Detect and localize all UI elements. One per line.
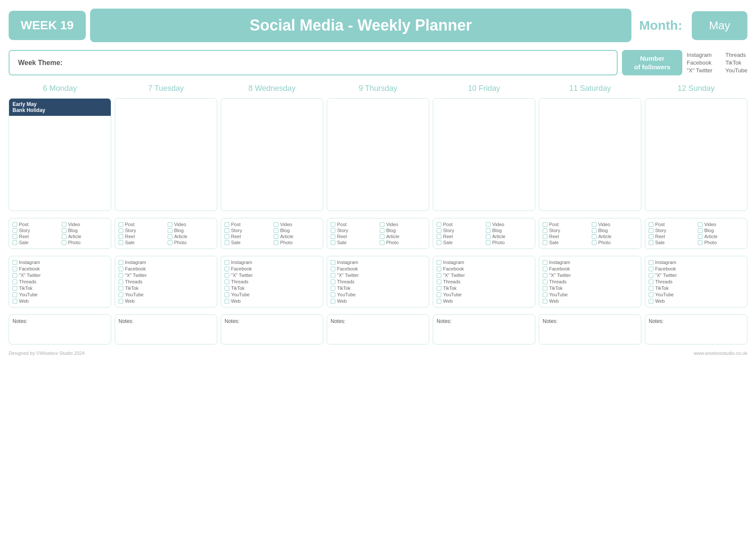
platform-web-saturday[interactable]: Web <box>543 298 637 304</box>
content-type-article-tuesday[interactable]: Article <box>168 234 213 239</box>
week-theme-box[interactable]: Week Theme: <box>9 50 618 75</box>
content-type-video-saturday[interactable]: Video <box>592 222 637 227</box>
content-type-story-monday[interactable]: Story <box>12 228 58 233</box>
content-type-sale-tuesday[interactable]: Sale <box>119 240 164 245</box>
content-type-blog-sunday[interactable]: Blog <box>698 228 744 233</box>
checkbox-platform-xtwitter-monday[interactable] <box>12 273 17 278</box>
content-type-story-saturday[interactable]: Story <box>543 228 588 233</box>
checkbox-photo-monday[interactable] <box>62 240 66 245</box>
checkbox-blog-saturday[interactable] <box>592 228 597 233</box>
platform-xtwitter-tuesday[interactable]: "X" Twitter <box>119 273 213 278</box>
content-type-reel-wednesday[interactable]: Reel <box>225 234 270 239</box>
checkbox-article-sunday[interactable] <box>698 234 703 239</box>
checkbox-platform-threads-monday[interactable] <box>12 279 17 284</box>
content-type-post-thursday[interactable]: Post <box>331 222 376 227</box>
checkbox-platform-web-friday[interactable] <box>437 299 441 304</box>
checkbox-platform-instagram-sunday[interactable] <box>649 260 653 265</box>
platform-web-sunday[interactable]: Web <box>649 298 744 304</box>
checkbox-platform-youtube-tuesday[interactable] <box>119 292 123 297</box>
day-body-monday[interactable] <box>9 116 111 211</box>
platform-instagram-friday[interactable]: Instagram <box>437 260 531 265</box>
checkbox-reel-tuesday[interactable] <box>119 234 123 239</box>
checkbox-platform-threads-saturday[interactable] <box>543 279 547 284</box>
checkbox-platform-tiktok-friday[interactable] <box>437 286 441 291</box>
content-type-post-wednesday[interactable]: Post <box>225 222 270 227</box>
checkbox-platform-threads-tuesday[interactable] <box>119 279 123 284</box>
content-type-post-tuesday[interactable]: Post <box>119 222 164 227</box>
platform-xtwitter-wednesday[interactable]: "X" Twitter <box>225 273 319 278</box>
notes-saturday[interactable]: Notes: <box>539 314 641 345</box>
notes-monday[interactable]: Notes: <box>9 314 111 345</box>
day-body-thursday[interactable] <box>327 114 429 209</box>
checkbox-platform-instagram-thursday[interactable] <box>331 260 335 265</box>
platform-threads-thursday[interactable]: Threads <box>331 279 425 284</box>
notes-friday[interactable]: Notes: <box>433 314 535 345</box>
checkbox-platform-tiktok-thursday[interactable] <box>331 286 335 291</box>
checkbox-blog-thursday[interactable] <box>380 228 384 233</box>
notes-wednesday[interactable]: Notes: <box>221 314 323 345</box>
checkbox-platform-youtube-friday[interactable] <box>437 292 441 297</box>
content-type-reel-sunday[interactable]: Reel <box>649 234 694 239</box>
content-type-blog-monday[interactable]: Blog <box>62 228 107 233</box>
checkbox-sale-saturday[interactable] <box>543 240 547 245</box>
platform-facebook-thursday[interactable]: Facebook <box>331 266 425 271</box>
platform-instagram-sunday[interactable]: Instagram <box>649 260 744 265</box>
checkbox-platform-tiktok-tuesday[interactable] <box>119 286 123 291</box>
checkbox-article-friday[interactable] <box>486 234 490 239</box>
checkbox-platform-threads-wednesday[interactable] <box>225 279 229 284</box>
checkbox-platform-facebook-saturday[interactable] <box>543 267 547 271</box>
checkbox-story-tuesday[interactable] <box>119 228 123 233</box>
content-type-article-monday[interactable]: Article <box>62 234 107 239</box>
content-type-story-friday[interactable]: Story <box>437 228 482 233</box>
content-type-post-saturday[interactable]: Post <box>543 222 588 227</box>
platform-facebook-friday[interactable]: Facebook <box>437 266 531 271</box>
platform-youtube-friday[interactable]: YouTube <box>437 292 531 297</box>
checkbox-reel-sunday[interactable] <box>649 234 653 239</box>
checkbox-platform-facebook-friday[interactable] <box>437 267 441 271</box>
platform-instagram-saturday[interactable]: Instagram <box>543 260 637 265</box>
platform-xtwitter-sunday[interactable]: "X" Twitter <box>649 273 744 278</box>
checkbox-post-wednesday[interactable] <box>225 222 229 227</box>
checkbox-sale-thursday[interactable] <box>331 240 335 245</box>
content-type-photo-wednesday[interactable]: Photo <box>274 240 319 245</box>
content-type-video-wednesday[interactable]: Video <box>274 222 319 227</box>
checkbox-photo-sunday[interactable] <box>698 240 703 245</box>
checkbox-photo-tuesday[interactable] <box>168 240 172 245</box>
checkbox-platform-web-wednesday[interactable] <box>225 299 229 304</box>
checkbox-story-sunday[interactable] <box>649 228 653 233</box>
platform-tiktok-monday[interactable]: TikTok <box>12 286 107 291</box>
content-type-photo-monday[interactable]: Photo <box>62 240 107 245</box>
checkbox-blog-sunday[interactable] <box>698 228 703 233</box>
checkbox-reel-monday[interactable] <box>12 234 17 239</box>
day-body-saturday[interactable] <box>539 114 641 209</box>
notes-tuesday[interactable]: Notes: <box>115 314 217 345</box>
content-type-reel-saturday[interactable]: Reel <box>543 234 588 239</box>
platform-instagram-tuesday[interactable]: Instagram <box>119 260 213 265</box>
platform-facebook-saturday[interactable]: Facebook <box>543 266 637 271</box>
checkbox-article-monday[interactable] <box>62 234 66 239</box>
platform-threads-wednesday[interactable]: Threads <box>225 279 319 284</box>
platform-youtube-thursday[interactable]: YouTube <box>331 292 425 297</box>
checkbox-reel-friday[interactable] <box>437 234 441 239</box>
checkbox-platform-tiktok-wednesday[interactable] <box>225 286 229 291</box>
content-type-story-thursday[interactable]: Story <box>331 228 376 233</box>
notes-thursday[interactable]: Notes: <box>327 314 429 345</box>
checkbox-platform-web-thursday[interactable] <box>331 299 335 304</box>
checkbox-post-thursday[interactable] <box>331 222 335 227</box>
content-type-video-friday[interactable]: Video <box>486 222 531 227</box>
content-type-photo-friday[interactable]: Photo <box>486 240 531 245</box>
content-type-story-tuesday[interactable]: Story <box>119 228 164 233</box>
platform-xtwitter-thursday[interactable]: "X" Twitter <box>331 273 425 278</box>
platform-tiktok-friday[interactable]: TikTok <box>437 286 531 291</box>
platform-xtwitter-monday[interactable]: "X" Twitter <box>12 273 107 278</box>
checkbox-platform-youtube-saturday[interactable] <box>543 292 547 297</box>
platform-web-tuesday[interactable]: Web <box>119 298 213 304</box>
checkbox-platform-instagram-wednesday[interactable] <box>225 260 229 265</box>
content-type-sale-monday[interactable]: Sale <box>12 240 58 245</box>
checkbox-story-thursday[interactable] <box>331 228 335 233</box>
checkbox-platform-tiktok-monday[interactable] <box>12 286 17 291</box>
platform-facebook-sunday[interactable]: Facebook <box>649 266 744 271</box>
platform-threads-monday[interactable]: Threads <box>12 279 107 284</box>
platform-web-thursday[interactable]: Web <box>331 298 425 304</box>
platform-web-monday[interactable]: Web <box>12 298 107 304</box>
